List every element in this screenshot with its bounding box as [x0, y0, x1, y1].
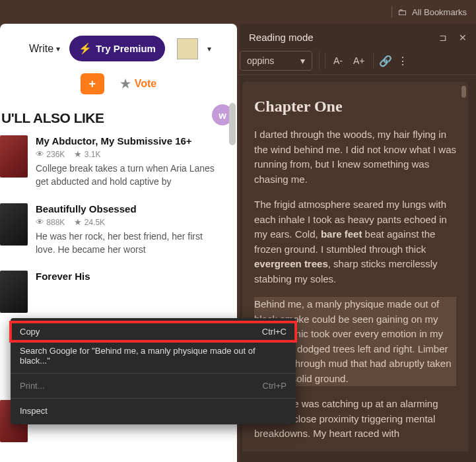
link-icon[interactable]: 🔗: [379, 55, 392, 67]
write-dropdown[interactable]: Write ▾: [29, 43, 60, 55]
premium-label: Try Premium: [96, 43, 156, 54]
menu-shortcut: Ctrl+C: [262, 327, 287, 337]
more-icon[interactable]: ⋮: [397, 55, 408, 67]
menu-label: Inspect: [20, 406, 48, 416]
story-stars: 24.5K: [85, 218, 105, 227]
menu-label: Print...: [20, 381, 45, 391]
avatar-chevron-down-icon[interactable]: ▾: [207, 44, 211, 53]
close-icon[interactable]: ✕: [459, 32, 467, 43]
menu-label: Copy: [20, 327, 40, 337]
story-stars: 3.1K: [85, 150, 101, 159]
menu-item-print[interactable]: Print... Ctrl+P: [11, 376, 296, 395]
paragraph: The frigid atmosphere seared my lungs wi…: [254, 197, 456, 286]
menu-item-copy[interactable]: Copy Ctrl+C: [11, 322, 296, 341]
all-bookmarks-link[interactable]: All Bookmarks: [412, 7, 467, 17]
scrollbar-thumb[interactable]: [229, 103, 236, 145]
vote-label: Vote: [135, 78, 156, 90]
avatar[interactable]: [177, 38, 198, 59]
chapter-title: Chapter One: [254, 98, 456, 116]
chevron-down-icon: ▾: [56, 44, 60, 53]
eye-icon: 👁: [36, 149, 44, 159]
story-desc: College break takes a turn when Aria Lan…: [36, 162, 224, 189]
chevron-down-icon: ▾: [300, 55, 305, 66]
add-button[interactable]: +: [81, 73, 104, 94]
pin-icon[interactable]: ⊐: [439, 32, 447, 43]
font-size-increase[interactable]: A+: [351, 53, 368, 69]
story-title: Beautifully Obsessed: [36, 203, 224, 214]
story-views: 888K: [46, 218, 65, 227]
folder-icon: 🗀: [397, 7, 407, 17]
menu-label: Search Google for "Behind me, a manly ph…: [20, 346, 287, 366]
try-premium-button[interactable]: ⚡ Try Premium: [69, 36, 165, 61]
bolt-icon: ⚡: [79, 42, 92, 55]
context-menu: Copy Ctrl+C Search Google for "Behind me…: [11, 318, 296, 424]
paragraph: I darted through the woods, my hair flyi…: [254, 127, 456, 187]
reading-mode-title: Reading mode: [249, 32, 314, 43]
content-scrollbar-thumb[interactable]: [461, 86, 466, 98]
vote-button[interactable]: ★ Vote: [120, 77, 156, 91]
menu-shortcut: Ctrl+P: [263, 381, 287, 391]
story-cover: [0, 135, 28, 178]
story-cover: [0, 271, 28, 313]
story-item[interactable]: Beautifully Obsessed 👁 888K ★ 24.5K He w…: [0, 203, 237, 257]
star-icon: ★: [74, 149, 82, 159]
story-title: Forever His: [36, 271, 224, 282]
font-size-decrease[interactable]: A-: [331, 53, 345, 69]
star-icon: ★: [74, 217, 82, 227]
write-label: Write: [29, 43, 53, 55]
story-cover: [0, 203, 28, 246]
menu-item-inspect[interactable]: Inspect: [11, 401, 296, 420]
star-icon: ★: [120, 77, 131, 91]
story-title: My Abductor, My Submissive 16+: [36, 135, 224, 147]
eye-icon: 👁: [36, 217, 44, 227]
story-desc: He was her rock, her best friend, her fi…: [36, 230, 224, 257]
font-name: oppins: [247, 55, 274, 66]
reading-toolbar: oppins ▾ A- A+ 🔗 ⋮: [240, 48, 476, 75]
story-item[interactable]: My Abductor, My Submissive 16+ 👁 236K ★ …: [0, 135, 237, 189]
section-title: U'LL ALSO LIKE: [0, 104, 237, 135]
menu-item-search[interactable]: Search Google for "Behind me, a manly ph…: [11, 341, 296, 370]
font-select[interactable]: oppins ▾: [240, 51, 312, 71]
story-views: 236K: [46, 150, 65, 159]
